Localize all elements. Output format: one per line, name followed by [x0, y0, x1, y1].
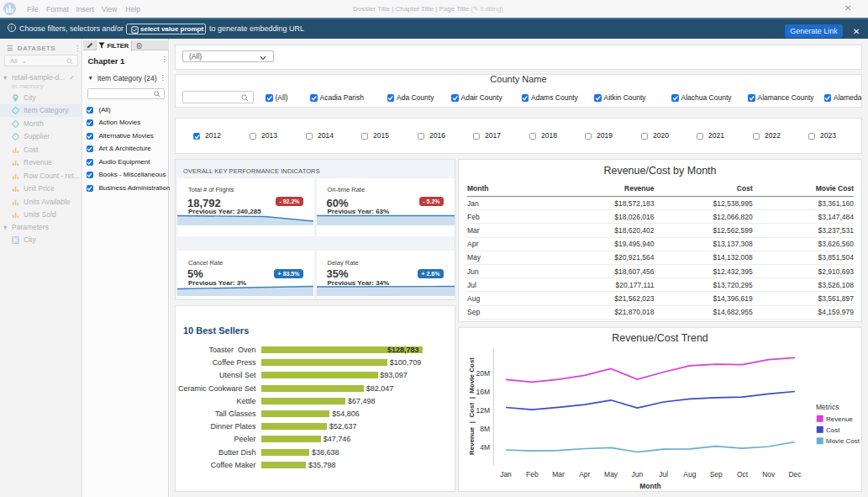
svg-text:May: May	[604, 469, 618, 478]
svg-text:Feb: Feb	[526, 469, 539, 478]
svg-text:Dec: Dec	[788, 469, 802, 478]
svg-text:Jan: Jan	[500, 469, 512, 478]
svg-text:Jul: Jul	[659, 469, 668, 478]
svg-text:Aug: Aug	[683, 469, 696, 478]
svg-text:12M: 12M	[476, 405, 490, 414]
svg-text:Metrics: Metrics	[816, 403, 839, 411]
svg-text:4M: 4M	[480, 442, 490, 451]
svg-text:Nov: Nov	[762, 469, 776, 478]
svg-text:Mar: Mar	[552, 469, 565, 478]
svg-text:8M: 8M	[480, 424, 490, 432]
svg-text:Movie Cost: Movie Cost	[826, 437, 860, 445]
svg-text:Apr: Apr	[579, 469, 590, 478]
svg-text:Revenue | Cost | Movie Cos: Revenue | Cost | Movie Cost	[468, 357, 476, 454]
svg-text:16M: 16M	[476, 387, 490, 395]
svg-text:Month: Month	[639, 481, 661, 489]
svg-text:Sep: Sep	[710, 469, 723, 478]
svg-text:20M: 20M	[476, 368, 490, 377]
svg-text:Jun: Jun	[632, 469, 644, 478]
svg-text:Cost: Cost	[826, 426, 840, 434]
svg-text:Oct: Oct	[737, 469, 749, 478]
svg-text:Revenue: Revenue	[826, 415, 854, 423]
